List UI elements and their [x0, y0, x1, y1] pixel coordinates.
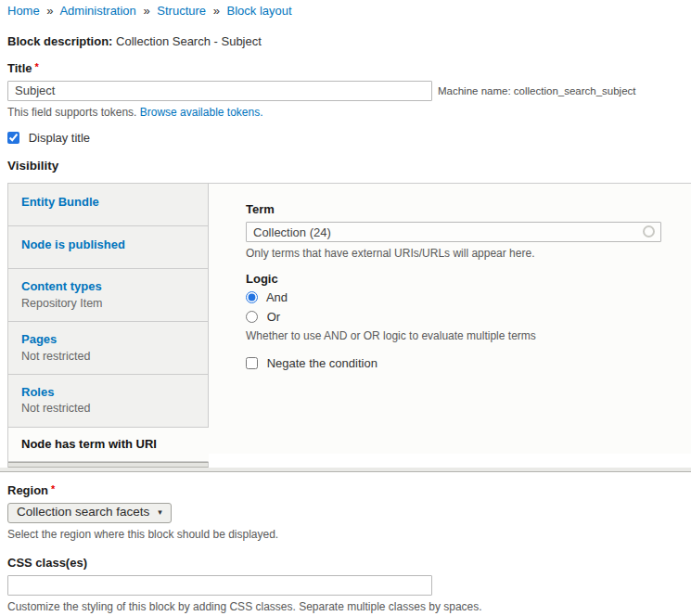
breadcrumb-separator: »: [143, 4, 149, 18]
tab-label: Node is published: [21, 237, 195, 252]
term-autocomplete-input[interactable]: [246, 222, 661, 242]
block-description: Block description: Collection Search - S…: [7, 34, 691, 49]
term-field-group: Term Only terms that have external URIs/…: [246, 202, 663, 261]
breadcrumb-separator: »: [213, 4, 220, 18]
breadcrumb-link-administration[interactable]: Administration: [59, 4, 135, 18]
css-classes-description: Customize the styling of this block by a…: [7, 600, 691, 614]
tab-node-has-term-with-uri[interactable]: Node has term with URI: [8, 428, 209, 462]
logic-or-radio[interactable]: [246, 311, 258, 323]
logic-description: Whether to use AND or OR logic to evalua…: [246, 329, 663, 343]
display-title-label: Display title: [29, 131, 90, 145]
negate-field-group: Negate the condition: [246, 356, 663, 371]
tab-label: Pages: [21, 332, 195, 347]
browse-tokens-link[interactable]: Browse available tokens.: [140, 106, 263, 119]
machine-name-value: collection_search_subject: [514, 85, 636, 96]
tab-entity-bundle[interactable]: Entity Bundle: [8, 184, 209, 226]
breadcrumb: Home » Administration » Structure » Bloc…: [7, 4, 691, 19]
title-label: Title*: [7, 61, 691, 76]
term-description: Only terms that have external URIs/URLs …: [246, 247, 663, 261]
display-title-option[interactable]: Display title: [7, 131, 90, 145]
block-description-value: Collection Search - Subject: [116, 34, 262, 48]
logic-and-radio[interactable]: [246, 291, 258, 303]
display-title-checkbox[interactable]: [7, 132, 19, 144]
region-description: Select the region where this block shoul…: [7, 528, 691, 542]
negate-option[interactable]: Negate the condition: [246, 356, 377, 370]
visibility-tab-pane: Term Only terms that have external URIs/…: [209, 183, 691, 454]
title-description: This field supports tokens. Browse avail…: [7, 106, 691, 120]
breadcrumb-link-block-layout[interactable]: Block layout: [227, 4, 292, 18]
tab-summary: Not restricted: [21, 350, 195, 365]
tab-summary: Not restricted: [21, 402, 195, 417]
tab-label: Node has term with URI: [21, 437, 195, 452]
region-label: Region*: [7, 483, 691, 498]
required-marker: *: [51, 483, 55, 494]
tab-content-types[interactable]: Content types Repository Item: [8, 269, 209, 322]
visibility-tabs-menu: Entity Bundle Node is published Content …: [7, 183, 209, 468]
logic-option-and[interactable]: And: [246, 290, 288, 304]
term-label: Term: [246, 202, 663, 217]
title-field-group: Title* Machine name: collection_search_s…: [7, 61, 691, 120]
region-field-group: Region* Collection search facets ▾ Selec…: [7, 483, 691, 541]
logic-and-label: And: [266, 290, 288, 304]
region-select[interactable]: Collection search facets ▾: [7, 503, 172, 523]
tab-roles[interactable]: Roles Not restricted: [8, 375, 209, 428]
display-title-group: Display title: [7, 131, 691, 146]
tab-label: Entity Bundle: [21, 195, 195, 210]
chevron-down-icon: ▾: [158, 507, 162, 518]
logic-option-or[interactable]: Or: [246, 310, 280, 324]
tab-summary: Repository Item: [21, 297, 195, 312]
tab-node-is-published[interactable]: Node is published: [8, 226, 209, 269]
logic-or-label: Or: [267, 310, 280, 324]
negate-checkbox[interactable]: [246, 357, 258, 369]
title-input[interactable]: [7, 81, 432, 101]
logic-label: Logic: [246, 272, 663, 287]
breadcrumb-separator: »: [46, 4, 53, 18]
tab-pages[interactable]: Pages Not restricted: [8, 322, 209, 375]
breadcrumb-link-structure[interactable]: Structure: [157, 4, 206, 18]
tabs-menu-footer: [8, 462, 209, 468]
breadcrumb-link-home[interactable]: Home: [7, 4, 40, 18]
css-classes-input[interactable]: [7, 575, 432, 596]
negate-label: Negate the condition: [267, 356, 377, 370]
vertical-tabs-bottom-strip: [0, 468, 691, 472]
css-classes-label: CSS class(es): [7, 556, 691, 571]
region-selected-value: Collection search facets: [17, 505, 149, 520]
tab-label: Roles: [21, 385, 195, 400]
visibility-vertical-tabs: Entity Bundle Node is published Content …: [7, 183, 691, 468]
block-description-label: Block description:: [7, 34, 112, 48]
logic-field-group: Logic And Or Whether to use AND or OR lo…: [246, 272, 663, 343]
tab-label: Content types: [21, 279, 195, 294]
css-classes-field-group: CSS class(es) Customize the styling of t…: [7, 556, 691, 614]
machine-name: Machine name: collection_search_subject: [438, 84, 636, 97]
required-marker: *: [35, 61, 39, 72]
visibility-heading: Visibility: [7, 159, 691, 174]
